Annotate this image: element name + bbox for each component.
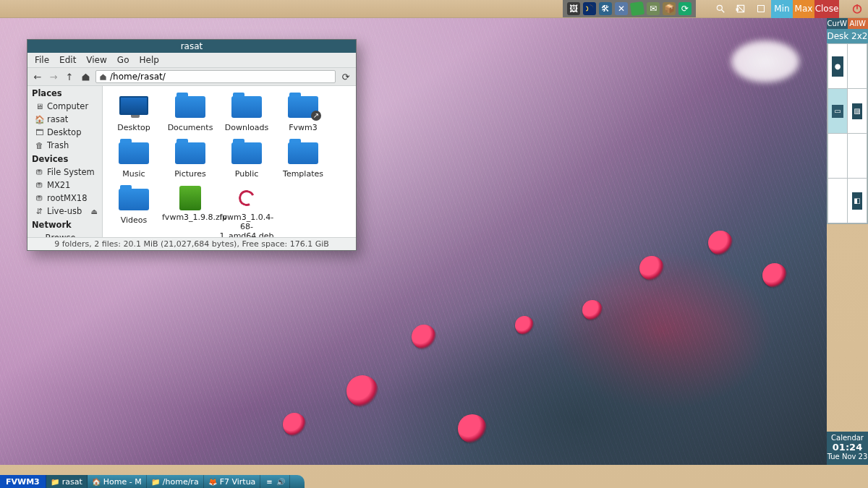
taskbar: FVWM3 📁rasat🏠Home - M📁/home/ra🦊F7 Virtua…: [0, 475, 305, 488]
calendar-widget[interactable]: Calendar 01:24 Tue Nov 23: [827, 432, 868, 465]
file-downloads[interactable]: Downloads: [218, 93, 275, 132]
path-input[interactable]: [110, 72, 332, 82]
sidebar-item-computer[interactable]: 🖥Computer: [27, 100, 102, 113]
home-icon[interactable]: [80, 71, 91, 82]
folder-icon: [119, 189, 149, 210]
svg-line-2: [722, 10, 725, 13]
path-bar[interactable]: [95, 70, 336, 83]
statusbar: 9 folders, 2 files: 20.1 MiB (21,027,684…: [27, 237, 356, 250]
volume-icon[interactable]: 🔊: [276, 477, 285, 486]
pager[interactable]: ● ▭ ▨ ◧: [827, 43, 868, 224]
svg-rect-5: [758, 6, 765, 12]
update-icon[interactable]: ⟳: [678, 2, 692, 15]
svg-rect-4: [736, 8, 739, 11]
right-dock: CurW AllW Desk 2x2 ● ▭ ▨ ◧ Calendar 01:2…: [827, 18, 868, 465]
up-icon[interactable]: ↑: [64, 71, 75, 82]
taskbar-item-3[interactable]: 🦊F7 Virtua: [204, 475, 261, 488]
firefox-icon: 🦊: [208, 477, 217, 486]
sidebar-head: Devices: [27, 152, 102, 166]
top-panel: 🖼 🛠 ✕ ✉ 📦 ⟳ Min Max Close: [0, 0, 868, 18]
allw-button[interactable]: AllW: [848, 18, 869, 29]
file-public[interactable]: Public: [218, 140, 275, 179]
icon-view[interactable]: DesktopDocumentsDownloadsFvwm3MusicPictu…: [103, 86, 356, 237]
max-button[interactable]: Max: [793, 0, 814, 18]
home-icon: 🏠: [35, 115, 43, 124]
package-icon[interactable]: 📦: [663, 2, 676, 15]
debian-icon: [234, 186, 259, 210]
svg-point-0: [586, 5, 594, 13]
usb-icon: ⇵: [35, 207, 43, 216]
start-menu[interactable]: FVWM3: [0, 475, 46, 488]
disk-icon: ⛃: [35, 181, 43, 190]
curw-button[interactable]: CurW: [827, 18, 848, 29]
reload-icon[interactable]: ⟳: [340, 71, 352, 82]
folder-icon: 📁: [51, 477, 59, 486]
menu-help[interactable]: Help: [139, 55, 158, 65]
folder-icon: [231, 142, 262, 164]
disk-icon: ⛃: [35, 168, 43, 177]
sidebar-item-rootmx18[interactable]: ⛃rootMX18: [27, 192, 102, 205]
close-button[interactable]: Close: [814, 0, 839, 18]
search-icon[interactable]: [710, 0, 731, 18]
sidebar-head: Network: [27, 218, 102, 231]
folder-icon: [175, 142, 205, 164]
back-icon[interactable]: ←: [32, 71, 43, 82]
note-icon[interactable]: [630, 1, 644, 16]
taskbar-item-1[interactable]: 🏠Home - M: [88, 475, 147, 488]
file-desktop[interactable]: Desktop: [106, 93, 162, 132]
file-fvwm3-1-9-8-zip[interactable]: fvwm3_1.9.8.zip: [162, 186, 218, 237]
pager-win-fm-icon[interactable]: ▭: [832, 105, 843, 118]
menu-lines-icon[interactable]: ≡: [265, 477, 273, 486]
sidebar-item-desktop[interactable]: 🗔Desktop: [27, 126, 102, 139]
folder-icon: [175, 96, 205, 118]
sidebar-item-rasat[interactable]: 🏠rasat: [27, 113, 102, 126]
taskbar-item-2[interactable]: 📁/home/ra: [147, 475, 204, 488]
sidebar: Places🖥Computer🏠rasat🗔Desktop🗑TrashDevic…: [27, 86, 103, 237]
computer-icon: 🖥: [35, 102, 43, 111]
file-fvwm3-1-0-4-68-1-amd64-deb[interactable]: fvwm3_1.0.4-68-1_amd64.deb: [218, 186, 275, 237]
taskbar-indicators[interactable]: ≡🔊: [260, 475, 290, 488]
identify-window-icon[interactable]: [731, 0, 751, 18]
mail-icon[interactable]: ✉: [647, 2, 660, 15]
sidebar-item-mx21[interactable]: ⛃MX21: [27, 179, 102, 192]
forward-icon[interactable]: →: [48, 71, 59, 82]
power-icon[interactable]: [846, 0, 868, 18]
firefox-icon[interactable]: [583, 2, 596, 15]
archive-icon: [179, 186, 201, 210]
file-videos[interactable]: Videos: [106, 186, 162, 237]
system-tray: 🖼 🛠 ✕ ✉ 📦 ⟳: [563, 0, 696, 17]
sidebar-item-browse-network[interactable]: ◉Browse Network: [27, 231, 102, 237]
pager-win-edit-icon[interactable]: ▨: [852, 103, 862, 119]
sidebar-item-file-system[interactable]: ⛃File System: [27, 166, 102, 179]
pager-win-firefox-icon[interactable]: ●: [832, 56, 843, 77]
file-fvwm3[interactable]: Fvwm3: [275, 93, 331, 132]
trash-icon: 🗑: [35, 141, 43, 150]
sidebar-item-live-usb[interactable]: ⇵Live-usb: [27, 205, 102, 218]
home-icon: 🏠: [92, 477, 101, 486]
folder-icon: [119, 142, 149, 164]
file-manager-window[interactable]: rasat FileEditViewGoHelp ← → ↑ ⟳ Places🖥…: [27, 39, 357, 251]
titlebar[interactable]: rasat: [27, 40, 356, 53]
pager-win-misc-icon[interactable]: ◧: [852, 192, 862, 210]
path-home-icon: [99, 73, 107, 81]
calendar-label: Calendar: [827, 434, 868, 442]
menu-view[interactable]: View: [86, 55, 106, 65]
clock-time: 01:24: [827, 442, 868, 453]
sidebar-item-trash[interactable]: 🗑Trash: [27, 139, 102, 152]
taskbar-item-0[interactable]: 📁rasat: [46, 475, 88, 488]
menu-edit[interactable]: Edit: [59, 55, 76, 65]
min-button[interactable]: Min: [771, 0, 793, 18]
maximize-icon[interactable]: [751, 0, 771, 18]
desk-label[interactable]: Desk 2x2: [827, 29, 868, 43]
tools-icon[interactable]: 🛠: [599, 2, 612, 15]
file-pictures[interactable]: Pictures: [162, 140, 218, 179]
menu-go[interactable]: Go: [117, 55, 129, 65]
file-music[interactable]: Music: [106, 140, 162, 179]
desktop-icon: [119, 96, 148, 115]
file-documents[interactable]: Documents: [162, 93, 218, 132]
tray-app-icon[interactable]: 🖼: [567, 2, 580, 15]
settings-wrench-icon[interactable]: ✕: [615, 2, 628, 15]
clock-date: Tue Nov 23: [827, 453, 868, 461]
file-templates[interactable]: Templates: [275, 140, 331, 179]
menu-file[interactable]: File: [35, 55, 49, 65]
